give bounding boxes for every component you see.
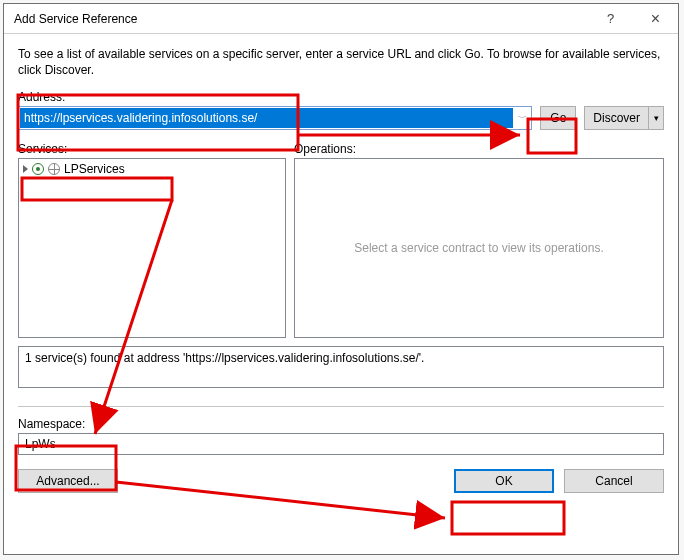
intro-text: To see a list of available services on a… xyxy=(18,46,664,78)
dialog-content: To see a list of available services on a… xyxy=(4,34,678,554)
address-label: Address: xyxy=(18,90,664,104)
service-item-label: LPServices xyxy=(64,162,125,176)
address-input[interactable] xyxy=(20,108,513,128)
discover-splitbutton[interactable]: Discover ▾ xyxy=(584,106,664,130)
go-button[interactable]: Go xyxy=(540,106,576,130)
operations-column: Operations: Select a service contract to… xyxy=(294,142,664,338)
divider xyxy=(18,406,664,407)
address-combo[interactable]: ﹀ xyxy=(18,106,532,130)
operations-label: Operations: xyxy=(294,142,664,156)
lists-row: Services: LPServices Operations: Select … xyxy=(18,142,664,338)
status-box: 1 service(s) found at address 'https://l… xyxy=(18,346,664,388)
address-row: ﹀ Go Discover ▾ xyxy=(18,106,664,130)
cancel-button[interactable]: Cancel xyxy=(564,469,664,493)
operations-list[interactable]: Select a service contract to view its op… xyxy=(294,158,664,338)
expand-icon[interactable] xyxy=(23,165,28,173)
add-service-reference-dialog: Add Service Reference ? × To see a list … xyxy=(3,3,679,555)
help-button[interactable]: ? xyxy=(588,4,633,33)
operations-empty-text: Select a service contract to view its op… xyxy=(295,159,663,337)
window-title: Add Service Reference xyxy=(14,12,588,26)
services-list[interactable]: LPServices xyxy=(18,158,286,338)
discover-button[interactable]: Discover xyxy=(584,106,648,130)
discover-dropdown[interactable]: ▾ xyxy=(648,106,664,130)
close-button[interactable]: × xyxy=(633,4,678,33)
advanced-button[interactable]: Advanced... xyxy=(18,469,118,493)
services-column: Services: LPServices xyxy=(18,142,286,338)
service-item[interactable]: LPServices xyxy=(19,159,285,179)
ok-button[interactable]: OK xyxy=(454,469,554,493)
footer: Advanced... OK Cancel xyxy=(18,469,664,493)
services-label: Services: xyxy=(18,142,286,156)
titlebar: Add Service Reference ? × xyxy=(4,4,678,34)
globe-icon xyxy=(48,163,60,175)
namespace-input[interactable] xyxy=(18,433,664,455)
service-node-icon xyxy=(32,163,44,175)
chevron-down-icon[interactable]: ﹀ xyxy=(513,112,531,125)
namespace-label: Namespace: xyxy=(18,417,664,431)
